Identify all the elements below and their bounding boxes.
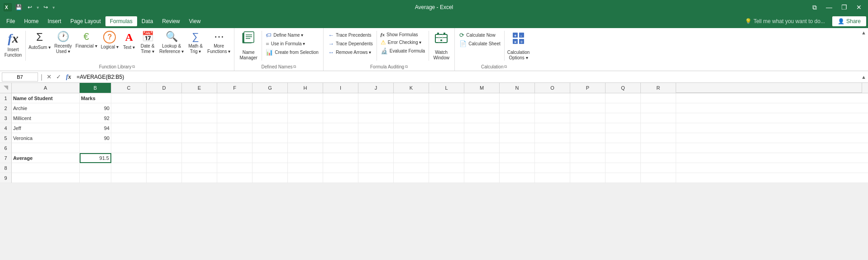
cell-i7[interactable] — [323, 153, 358, 163]
cell-m7[interactable] — [464, 153, 500, 163]
error-checking-button[interactable]: ⚠ Error Checking ▾ — [378, 38, 428, 47]
cell-c1[interactable] — [111, 93, 147, 103]
cell-d8[interactable] — [147, 163, 182, 173]
cell-q4[interactable] — [606, 123, 641, 133]
cell-f9[interactable] — [217, 173, 253, 183]
col-header-i[interactable]: I — [323, 83, 358, 93]
save-qat-button[interactable]: 💾 — [14, 3, 24, 11]
cell-c4[interactable] — [111, 123, 147, 133]
row-header-9[interactable]: 9 — [0, 173, 12, 183]
cell-p6[interactable] — [570, 143, 606, 153]
col-header-j[interactable]: J — [358, 83, 394, 93]
cell-e3[interactable] — [182, 113, 217, 123]
cell-c8[interactable] — [111, 163, 147, 173]
cell-o1[interactable] — [535, 93, 570, 103]
cell-i1[interactable] — [323, 93, 358, 103]
math-trig-button[interactable]: ∑ Math &Trig ▾ — [186, 29, 205, 56]
tell-me-search[interactable]: 💡 Tell me what you want to do... — [745, 18, 825, 24]
cell-q1[interactable] — [606, 93, 641, 103]
cell-b3[interactable]: 92 — [80, 113, 111, 123]
cell-l5[interactable] — [429, 133, 464, 143]
cell-e5[interactable] — [182, 133, 217, 143]
cell-i6[interactable] — [323, 143, 358, 153]
cell-o6[interactable] — [535, 143, 570, 153]
col-header-q[interactable]: Q — [606, 83, 641, 93]
cell-h5[interactable] — [288, 133, 323, 143]
cell-e2[interactable] — [182, 103, 217, 113]
cell-h1[interactable] — [288, 93, 323, 103]
cell-n2[interactable] — [500, 103, 535, 113]
row-header-7[interactable]: 7 — [0, 153, 12, 163]
date-time-button[interactable]: 📅 Date &Time ▾ — [138, 29, 157, 56]
cell-h2[interactable] — [288, 103, 323, 113]
cell-e7[interactable] — [182, 153, 217, 163]
cell-m6[interactable] — [464, 143, 500, 153]
watch-window-button[interactable]: WatchWindow — [430, 29, 453, 63]
cell-j7[interactable] — [358, 153, 394, 163]
col-header-b[interactable]: B — [80, 83, 111, 93]
cell-c5[interactable] — [111, 133, 147, 143]
cell-a8[interactable] — [12, 163, 80, 173]
cell-r4[interactable] — [641, 123, 676, 133]
cell-h3[interactable] — [288, 113, 323, 123]
cell-c6[interactable] — [111, 143, 147, 153]
cell-d5[interactable] — [147, 133, 182, 143]
cell-r7[interactable] — [641, 153, 676, 163]
trace-precedents-button[interactable]: ← Trace Precedents — [325, 31, 376, 39]
calculate-now-button[interactable]: ⟳ Calculate Now — [457, 31, 503, 39]
cell-p1[interactable] — [570, 93, 606, 103]
financial-button[interactable]: € Financial ▾ — [74, 29, 99, 51]
cell-q3[interactable] — [606, 113, 641, 123]
menu-review[interactable]: Review — [157, 16, 184, 26]
col-header-m[interactable]: M — [464, 83, 500, 93]
cell-g3[interactable] — [253, 113, 288, 123]
cell-k6[interactable] — [394, 143, 429, 153]
cell-d3[interactable] — [147, 113, 182, 123]
cell-l4[interactable] — [429, 123, 464, 133]
cell-r6[interactable] — [641, 143, 676, 153]
menu-view[interactable]: View — [185, 16, 205, 26]
evaluate-formula-button[interactable]: 🔬 Evaluate Formula — [378, 47, 428, 55]
cell-q6[interactable] — [606, 143, 641, 153]
defined-names-expand[interactable]: ⧉ — [293, 64, 296, 69]
formula-expand-button[interactable]: ▲ — [861, 74, 866, 80]
cell-p2[interactable] — [570, 103, 606, 113]
cell-f2[interactable] — [217, 103, 253, 113]
row-header-3[interactable]: 3 — [0, 113, 12, 123]
cell-c9[interactable] — [111, 173, 147, 183]
cell-b6[interactable] — [80, 143, 111, 153]
cell-p5[interactable] — [570, 133, 606, 143]
menu-insert[interactable]: Insert — [43, 16, 66, 26]
cell-a4[interactable]: Jeff — [12, 123, 80, 133]
cell-l1[interactable] — [429, 93, 464, 103]
cell-l7[interactable] — [429, 153, 464, 163]
minimize-button[interactable]: — — [823, 3, 835, 11]
cell-j1[interactable] — [358, 93, 394, 103]
cell-b7[interactable]: 91.5 — [80, 153, 111, 163]
cell-d1[interactable] — [147, 93, 182, 103]
lookup-reference-button[interactable]: 🔍 Lookup &Reference ▾ — [157, 29, 186, 56]
trace-dependents-button[interactable]: → Trace Dependents — [325, 39, 376, 48]
autosum-button[interactable]: Σ AutoSum ▾ — [27, 29, 52, 52]
cell-f6[interactable] — [217, 143, 253, 153]
cell-e6[interactable] — [182, 143, 217, 153]
redo-button[interactable]: ↪ — [42, 3, 50, 11]
cell-a3[interactable]: Millicent — [12, 113, 80, 123]
cell-d4[interactable] — [147, 123, 182, 133]
cell-i9[interactable] — [323, 173, 358, 183]
cell-r5[interactable] — [641, 133, 676, 143]
cell-g4[interactable] — [253, 123, 288, 133]
define-name-button[interactable]: 🏷 Define Name ▾ — [263, 31, 321, 39]
recently-used-button[interactable]: 🕐 RecentlyUsed ▾ — [52, 29, 74, 56]
col-header-p[interactable]: P — [570, 83, 606, 93]
cell-p8[interactable] — [570, 163, 606, 173]
calculation-options-button[interactable]: + - × ÷ CalculationOptions ▾ — [506, 29, 531, 63]
cell-b5[interactable]: 90 — [80, 133, 111, 143]
menu-formulas[interactable]: Formulas — [105, 16, 137, 26]
cell-k8[interactable] — [394, 163, 429, 173]
cell-j5[interactable] — [358, 133, 394, 143]
cell-p4[interactable] — [570, 123, 606, 133]
cell-e9[interactable] — [182, 173, 217, 183]
menu-data[interactable]: Data — [137, 16, 157, 26]
cell-h7[interactable] — [288, 153, 323, 163]
